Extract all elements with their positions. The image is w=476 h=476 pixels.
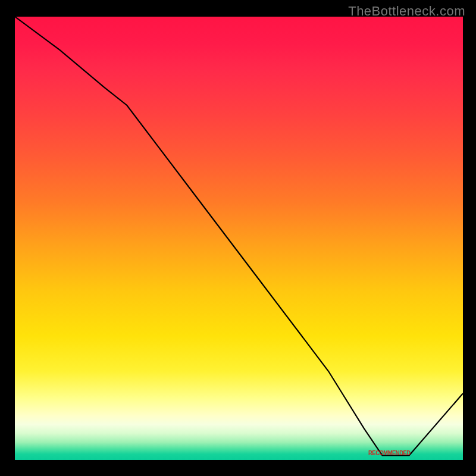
- recommended-label: RECOMMENDED: [368, 449, 411, 456]
- bottleneck-curve: [15, 17, 463, 460]
- plot-area: RECOMMENDED: [15, 17, 463, 460]
- curve-path: [15, 17, 463, 456]
- chart-container: TheBottleneck.com RECOMMENDED: [0, 0, 476, 476]
